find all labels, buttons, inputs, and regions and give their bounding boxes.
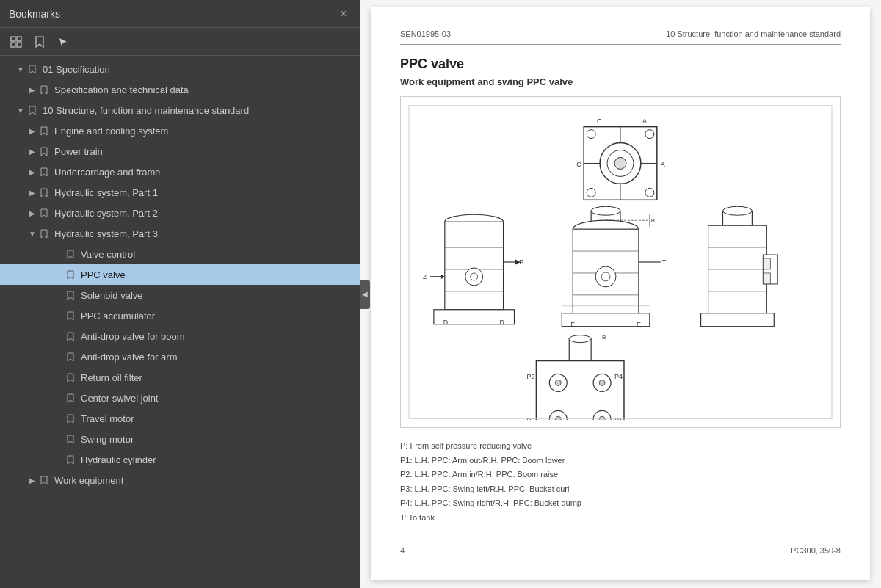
bookmark-icon-work-equip — [38, 476, 50, 485]
bookmark-icon-solenoid — [65, 291, 76, 300]
svg-point-7 — [587, 188, 595, 197]
bookmark-icon-hydraulic-2 — [38, 208, 50, 218]
svg-rect-1 — [17, 37, 21, 41]
tree-item-work-equip[interactable]: Work equipment — [0, 470, 360, 490]
tree-item-engine[interactable]: Engine and cooling system — [0, 120, 360, 141]
tree-label-anti-drop-arm: Anti-drop valve for arm — [81, 352, 178, 363]
expand-arrow-hydraulic-3[interactable] — [26, 230, 38, 238]
tree-item-hydraulic-3[interactable]: Hydraulic system, Part 3 — [0, 223, 360, 244]
svg-point-6 — [645, 130, 654, 139]
expand-arrow-work-equip[interactable] — [26, 476, 38, 484]
tree-item-center-swivel[interactable]: Center swivel joint — [0, 388, 360, 408]
bookmark-icon-anti-drop-arm — [65, 352, 76, 362]
expand-arrow-hydraulic-1[interactable] — [26, 189, 38, 197]
close-button[interactable]: × — [336, 7, 351, 21]
svg-rect-3 — [17, 43, 21, 47]
bookmark-icon-ppc-valve — [65, 270, 76, 280]
bookmark-mode-button[interactable] — [29, 32, 50, 52]
bookmark-icon-hydraulic-1 — [38, 188, 50, 197]
tree-label-spec-data: Specification and technical data — [54, 84, 189, 95]
tree-label-01-spec: 01 Specification — [43, 64, 110, 75]
tree-item-hydraulic-cyl[interactable]: Hydraulic cylinder — [0, 449, 360, 470]
doc-legend: P: From self pressure reducing valve P1:… — [400, 440, 841, 525]
legend-p3: P3: L.H. PPC: Swing left/R.H. PPC: Bucke… — [400, 483, 841, 496]
document-panel: SEN01995-03 10 Structure, function and m… — [360, 0, 881, 588]
bookmark-icon-return-oil — [65, 373, 76, 382]
tree-label-valve-control: Valve control — [81, 249, 135, 260]
svg-point-8 — [645, 188, 654, 197]
bookmark-icon-10-struct — [26, 106, 38, 115]
tree-label-swing-motor: Swing motor — [81, 434, 134, 445]
svg-point-5 — [587, 130, 595, 139]
bookmark-icon-swing-motor — [65, 435, 76, 444]
expand-arrow-spec-data[interactable] — [26, 86, 38, 94]
tree-label-hydraulic-2: Hydraulic system, Part 2 — [54, 208, 158, 219]
tree-item-hydraulic-1[interactable]: Hydraulic system, Part 1 — [0, 182, 360, 203]
tree-item-ppc-valve[interactable]: PPC valve — [0, 264, 360, 285]
tree-label-undercarriage: Undercarriage and frame — [54, 167, 161, 178]
svg-rect-2 — [11, 43, 15, 47]
svg-point-73 — [555, 416, 561, 420]
svg-point-65 — [569, 335, 591, 343]
tree-label-ppc-valve: PPC valve — [81, 269, 126, 280]
bookmark-icon-power-train — [38, 147, 50, 156]
tree-label-hydraulic-cyl: Hydraulic cylinder — [81, 454, 156, 465]
tree-label-10-struct: 10 Structure, function and maintenance s… — [43, 105, 249, 116]
bookmarks-tree[interactable]: 01 Specification Specification and techn… — [0, 56, 360, 588]
bookmark-icon-01-spec — [26, 65, 38, 74]
bookmark-icon-center-swivel — [65, 393, 76, 403]
tree-item-anti-drop-boom[interactable]: Anti-drop valve for boom — [0, 326, 360, 346]
svg-point-72 — [599, 380, 605, 385]
svg-rect-62 — [763, 258, 770, 269]
legend-p1: P1: L.H. PPC: Arm out/R.H. PPC: Boom low… — [400, 454, 841, 468]
tree-item-spec-data[interactable]: Specification and technical data — [0, 79, 360, 100]
svg-rect-63 — [763, 273, 770, 284]
tree-item-travel-motor[interactable]: Travel motor — [0, 408, 360, 429]
bookmarks-toolbar — [0, 28, 360, 56]
legend-p2: P2: L.H. PPC: Arm in/R.H. PPC: Boom rais… — [400, 468, 841, 482]
tree-item-hydraulic-2[interactable]: Hydraulic system, Part 2 — [0, 203, 360, 223]
svg-point-27 — [471, 273, 478, 280]
doc-diagram: A C A C — [400, 96, 841, 428]
tree-label-center-swivel: Center swivel joint — [81, 393, 159, 404]
bookmarks-panel: Bookmarks × — [0, 0, 360, 588]
bookmark-icon-travel-motor — [65, 414, 76, 424]
svg-text:D: D — [500, 319, 505, 326]
tree-item-10-struct[interactable]: 10 Structure, function and maintenance s… — [0, 100, 360, 120]
bookmark-icon-anti-drop-boom — [65, 332, 76, 341]
tree-item-solenoid[interactable]: Solenoid valve — [0, 285, 360, 305]
expand-arrow-10-struct[interactable] — [15, 106, 26, 115]
svg-rect-57 — [701, 313, 775, 327]
tree-item-valve-control[interactable]: Valve control — [0, 244, 360, 264]
svg-point-36 — [591, 206, 620, 215]
expand-arrow-power-train[interactable] — [26, 148, 38, 156]
bookmark-icon-hydraulic-3 — [38, 229, 50, 239]
tree-item-anti-drop-arm[interactable]: Anti-drop valve for arm — [0, 346, 360, 367]
svg-text:C: C — [576, 161, 581, 168]
tree-item-swing-motor[interactable]: Swing motor — [0, 429, 360, 449]
expand-all-button[interactable] — [6, 32, 26, 52]
tree-item-ppc-accum[interactable]: PPC accumulator — [0, 305, 360, 326]
svg-text:P4: P4 — [614, 373, 623, 380]
tree-item-return-oil[interactable]: Return oil filter — [0, 367, 360, 388]
tree-label-work-equip: Work equipment — [54, 475, 123, 486]
ppc-valve-diagram: A C A C — [408, 104, 833, 420]
expand-arrow-undercarriage[interactable] — [26, 168, 38, 176]
tree-label-return-oil: Return oil filter — [81, 372, 142, 383]
tree-label-hydraulic-3: Hydraulic system, Part 3 — [54, 228, 158, 239]
panel-collapse-button[interactable]: ◀ — [360, 280, 370, 309]
svg-text:A: A — [661, 161, 665, 168]
bookmark-icon-engine — [38, 126, 50, 136]
tree-label-hydraulic-1: Hydraulic system, Part 1 — [54, 187, 158, 198]
tree-item-power-train[interactable]: Power train — [0, 141, 360, 161]
cursor-icon — [53, 32, 73, 52]
expand-arrow-engine[interactable] — [26, 127, 38, 135]
tree-item-undercarriage[interactable]: Undercarriage and frame — [0, 161, 360, 182]
tree-item-01-spec[interactable]: 01 Specification — [0, 59, 360, 79]
expand-arrow-hydraulic-2[interactable] — [26, 209, 38, 217]
svg-text:B: B — [651, 217, 655, 224]
expand-arrow-01-spec[interactable] — [15, 65, 26, 73]
svg-text:A: A — [642, 117, 647, 125]
tree-label-power-train: Power train — [54, 146, 103, 157]
doc-page-footer: 4 PC300, 350-8 — [400, 540, 841, 555]
